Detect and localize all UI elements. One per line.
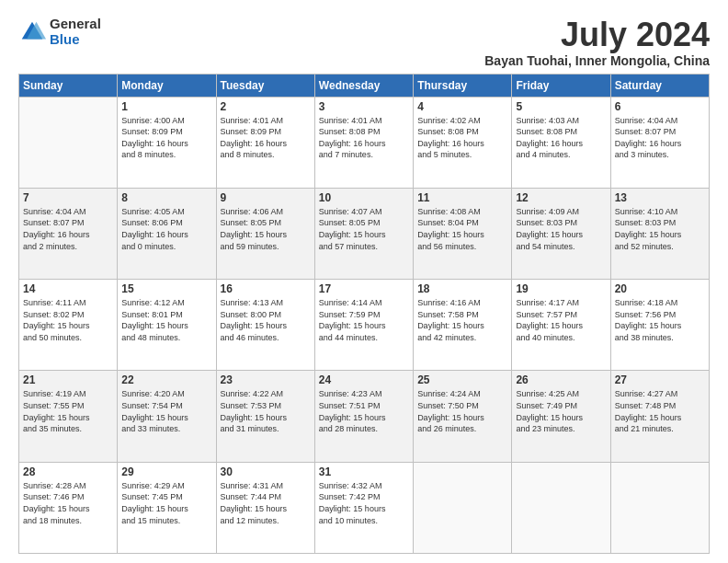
day-cell: 15Sunrise: 4:12 AM Sunset: 8:01 PM Dayli…: [118, 280, 216, 371]
week-row-3: 14Sunrise: 4:11 AM Sunset: 8:02 PM Dayli…: [19, 280, 710, 371]
day-number: 12: [516, 191, 606, 204]
day-info: Sunrise: 4:00 AM Sunset: 8:09 PM Dayligh…: [121, 115, 211, 161]
day-number: 16: [221, 282, 311, 295]
day-number: 26: [516, 373, 606, 386]
day-number: 23: [221, 373, 311, 386]
day-number: 3: [319, 100, 409, 113]
day-cell: 22Sunrise: 4:20 AM Sunset: 7:54 PM Dayli…: [118, 371, 216, 462]
day-cell: 21Sunrise: 4:19 AM Sunset: 7:55 PM Dayli…: [19, 371, 118, 462]
header-cell-thursday: Thursday: [414, 74, 512, 97]
day-info: Sunrise: 4:12 AM Sunset: 8:01 PM Dayligh…: [121, 297, 211, 343]
day-info: Sunrise: 4:08 AM Sunset: 8:04 PM Dayligh…: [417, 206, 507, 252]
header-cell-tuesday: Tuesday: [216, 74, 314, 97]
day-cell: 20Sunrise: 4:18 AM Sunset: 7:56 PM Dayli…: [610, 280, 709, 371]
day-number: 9: [221, 191, 311, 204]
logo-blue: Blue: [50, 32, 101, 48]
day-cell: [19, 97, 118, 188]
day-cell: 4Sunrise: 4:02 AM Sunset: 8:08 PM Daylig…: [414, 97, 512, 188]
day-cell: 1Sunrise: 4:00 AM Sunset: 8:09 PM Daylig…: [118, 97, 216, 188]
day-cell: 3Sunrise: 4:01 AM Sunset: 8:08 PM Daylig…: [314, 97, 413, 188]
day-info: Sunrise: 4:22 AM Sunset: 7:53 PM Dayligh…: [221, 388, 311, 434]
day-number: 31: [319, 465, 409, 478]
day-info: Sunrise: 4:16 AM Sunset: 7:58 PM Dayligh…: [417, 297, 507, 343]
week-row-2: 7Sunrise: 4:04 AM Sunset: 8:07 PM Daylig…: [19, 188, 710, 279]
day-number: 2: [221, 100, 311, 113]
day-cell: 18Sunrise: 4:16 AM Sunset: 7:58 PM Dayli…: [414, 280, 512, 371]
day-cell: 26Sunrise: 4:25 AM Sunset: 7:49 PM Dayli…: [512, 371, 610, 462]
day-info: Sunrise: 4:03 AM Sunset: 8:08 PM Dayligh…: [516, 115, 606, 161]
day-cell: 7Sunrise: 4:04 AM Sunset: 8:07 PM Daylig…: [19, 188, 118, 279]
day-cell: 2Sunrise: 4:01 AM Sunset: 8:09 PM Daylig…: [216, 97, 314, 188]
header-cell-sunday: Sunday: [19, 74, 118, 97]
day-cell: 8Sunrise: 4:05 AM Sunset: 8:06 PM Daylig…: [118, 188, 216, 279]
page: General Blue July 2024 Bayan Tuohai, Inn…: [0, 0, 728, 563]
day-info: Sunrise: 4:23 AM Sunset: 7:51 PM Dayligh…: [319, 388, 409, 434]
calendar: SundayMondayTuesdayWednesdayThursdayFrid…: [18, 74, 710, 554]
day-cell: 23Sunrise: 4:22 AM Sunset: 7:53 PM Dayli…: [216, 371, 314, 462]
day-number: 19: [516, 282, 606, 295]
day-info: Sunrise: 4:18 AM Sunset: 7:56 PM Dayligh…: [615, 297, 705, 343]
header-cell-friday: Friday: [512, 74, 610, 97]
day-info: Sunrise: 4:04 AM Sunset: 8:07 PM Dayligh…: [23, 206, 113, 252]
calendar-table: SundayMondayTuesdayWednesdayThursdayFrid…: [18, 74, 710, 554]
header-cell-monday: Monday: [118, 74, 216, 97]
day-info: Sunrise: 4:29 AM Sunset: 7:45 PM Dayligh…: [121, 480, 211, 526]
day-number: 14: [23, 282, 113, 295]
day-info: Sunrise: 4:05 AM Sunset: 8:06 PM Dayligh…: [121, 206, 211, 252]
day-number: 5: [516, 100, 606, 113]
day-cell: 14Sunrise: 4:11 AM Sunset: 8:02 PM Dayli…: [19, 280, 118, 371]
day-info: Sunrise: 4:07 AM Sunset: 8:05 PM Dayligh…: [319, 206, 409, 252]
subtitle: Bayan Tuohai, Inner Mongolia, China: [484, 53, 710, 68]
logo-text: General Blue: [50, 17, 101, 47]
day-cell: 9Sunrise: 4:06 AM Sunset: 8:05 PM Daylig…: [216, 188, 314, 279]
day-number: 7: [23, 191, 113, 204]
day-info: Sunrise: 4:20 AM Sunset: 7:54 PM Dayligh…: [121, 388, 211, 434]
day-info: Sunrise: 4:24 AM Sunset: 7:50 PM Dayligh…: [417, 388, 507, 434]
main-title: July 2024: [484, 17, 710, 53]
day-number: 25: [417, 373, 507, 386]
day-number: 8: [121, 191, 211, 204]
day-number: 17: [319, 282, 409, 295]
day-info: Sunrise: 4:09 AM Sunset: 8:03 PM Dayligh…: [516, 206, 606, 252]
day-info: Sunrise: 4:32 AM Sunset: 7:42 PM Dayligh…: [319, 480, 409, 526]
day-info: Sunrise: 4:28 AM Sunset: 7:46 PM Dayligh…: [23, 480, 113, 526]
header: General Blue July 2024 Bayan Tuohai, Inn…: [18, 17, 710, 68]
day-info: Sunrise: 4:27 AM Sunset: 7:48 PM Dayligh…: [615, 388, 705, 434]
day-number: 1: [121, 100, 211, 113]
day-cell: 5Sunrise: 4:03 AM Sunset: 8:08 PM Daylig…: [512, 97, 610, 188]
day-info: Sunrise: 4:01 AM Sunset: 8:09 PM Dayligh…: [221, 115, 311, 161]
day-info: Sunrise: 4:11 AM Sunset: 8:02 PM Dayligh…: [23, 297, 113, 343]
day-number: 20: [615, 282, 705, 295]
day-cell: 6Sunrise: 4:04 AM Sunset: 8:07 PM Daylig…: [610, 97, 709, 188]
day-number: 13: [615, 191, 705, 204]
day-number: 22: [121, 373, 211, 386]
day-number: 18: [417, 282, 507, 295]
week-row-5: 28Sunrise: 4:28 AM Sunset: 7:46 PM Dayli…: [19, 462, 710, 553]
day-cell: 27Sunrise: 4:27 AM Sunset: 7:48 PM Dayli…: [610, 371, 709, 462]
week-row-1: 1Sunrise: 4:00 AM Sunset: 8:09 PM Daylig…: [19, 97, 710, 188]
day-info: Sunrise: 4:10 AM Sunset: 8:03 PM Dayligh…: [615, 206, 705, 252]
day-info: Sunrise: 4:31 AM Sunset: 7:44 PM Dayligh…: [221, 480, 311, 526]
day-number: 27: [615, 373, 705, 386]
day-number: 24: [319, 373, 409, 386]
header-cell-saturday: Saturday: [610, 74, 709, 97]
week-row-4: 21Sunrise: 4:19 AM Sunset: 7:55 PM Dayli…: [19, 371, 710, 462]
day-number: 6: [615, 100, 705, 113]
day-cell: 10Sunrise: 4:07 AM Sunset: 8:05 PM Dayli…: [314, 188, 413, 279]
day-cell: 12Sunrise: 4:09 AM Sunset: 8:03 PM Dayli…: [512, 188, 610, 279]
day-cell: 11Sunrise: 4:08 AM Sunset: 8:04 PM Dayli…: [414, 188, 512, 279]
day-number: 29: [121, 465, 211, 478]
day-info: Sunrise: 4:17 AM Sunset: 7:57 PM Dayligh…: [516, 297, 606, 343]
header-cell-wednesday: Wednesday: [314, 74, 413, 97]
day-cell: [512, 462, 610, 553]
logo-general: General: [50, 17, 101, 32]
day-cell: 29Sunrise: 4:29 AM Sunset: 7:45 PM Dayli…: [118, 462, 216, 553]
day-info: Sunrise: 4:06 AM Sunset: 8:05 PM Dayligh…: [221, 206, 311, 252]
day-number: 4: [417, 100, 507, 113]
day-cell: 24Sunrise: 4:23 AM Sunset: 7:51 PM Dayli…: [314, 371, 413, 462]
day-cell: 13Sunrise: 4:10 AM Sunset: 8:03 PM Dayli…: [610, 188, 709, 279]
day-cell: [414, 462, 512, 553]
day-info: Sunrise: 4:01 AM Sunset: 8:08 PM Dayligh…: [319, 115, 409, 161]
day-info: Sunrise: 4:13 AM Sunset: 8:00 PM Dayligh…: [221, 297, 311, 343]
day-cell: 17Sunrise: 4:14 AM Sunset: 7:59 PM Dayli…: [314, 280, 413, 371]
